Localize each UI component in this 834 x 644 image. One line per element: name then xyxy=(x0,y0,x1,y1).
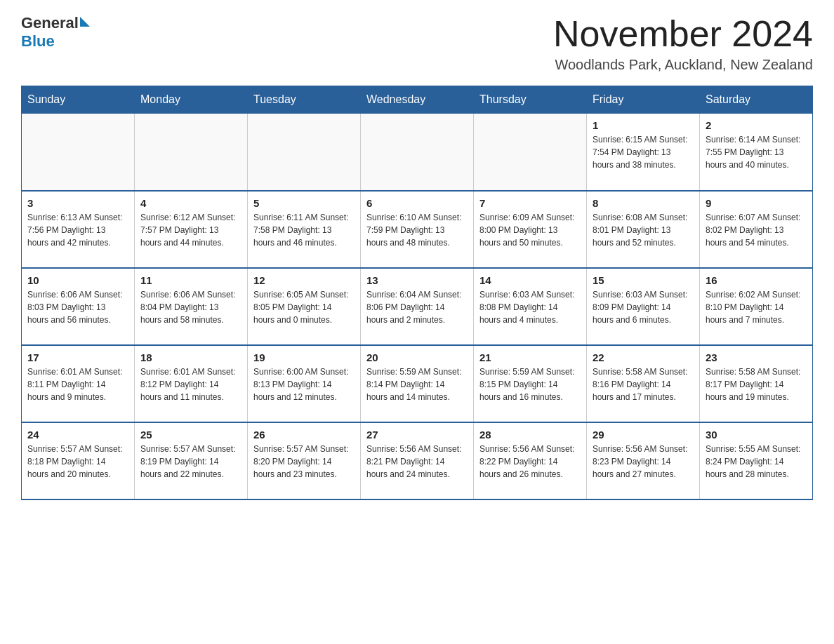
header-wednesday: Wednesday xyxy=(361,86,474,114)
header-tuesday: Tuesday xyxy=(248,86,361,114)
header-saturday: Saturday xyxy=(700,86,813,114)
calendar-cell-w2-d6: 8Sunrise: 6:08 AM Sunset: 8:01 PM Daylig… xyxy=(587,191,700,268)
logo-general: General xyxy=(21,14,79,32)
day-info: Sunrise: 6:01 AM Sunset: 8:12 PM Dayligh… xyxy=(140,365,241,403)
page-header: General Blue November 2024 Woodlands Par… xyxy=(21,14,813,73)
calendar-cell-w4-d2: 18Sunrise: 6:01 AM Sunset: 8:12 PM Dayli… xyxy=(135,345,248,422)
calendar-week-2: 3Sunrise: 6:13 AM Sunset: 7:56 PM Daylig… xyxy=(22,191,813,268)
day-number: 5 xyxy=(253,197,355,209)
calendar-cell-w1-d3 xyxy=(248,114,361,191)
calendar-cell-w4-d1: 17Sunrise: 6:01 AM Sunset: 8:11 PM Dayli… xyxy=(22,345,135,422)
title-section: November 2024 Woodlands Park, Auckland, … xyxy=(553,14,813,73)
day-number: 8 xyxy=(593,197,694,209)
calendar-cell-w3-d5: 14Sunrise: 6:03 AM Sunset: 8:08 PM Dayli… xyxy=(474,268,587,345)
calendar-week-3: 10Sunrise: 6:06 AM Sunset: 8:03 PM Dayli… xyxy=(22,268,813,345)
calendar-cell-w2-d2: 4Sunrise: 6:12 AM Sunset: 7:57 PM Daylig… xyxy=(135,191,248,268)
calendar-cell-w2-d4: 6Sunrise: 6:10 AM Sunset: 7:59 PM Daylig… xyxy=(361,191,474,268)
calendar-cell-w1-d2 xyxy=(135,114,248,191)
header-monday: Monday xyxy=(135,86,248,114)
calendar-cell-w2-d3: 5Sunrise: 6:11 AM Sunset: 7:58 PM Daylig… xyxy=(248,191,361,268)
month-title: November 2024 xyxy=(553,14,813,54)
calendar-cell-w3-d1: 10Sunrise: 6:06 AM Sunset: 8:03 PM Dayli… xyxy=(22,268,135,345)
day-number: 2 xyxy=(706,119,807,131)
calendar-cell-w3-d6: 15Sunrise: 6:03 AM Sunset: 8:09 PM Dayli… xyxy=(587,268,700,345)
calendar-cell-w3-d4: 13Sunrise: 6:04 AM Sunset: 8:06 PM Dayli… xyxy=(361,268,474,345)
calendar-cell-w2-d1: 3Sunrise: 6:13 AM Sunset: 7:56 PM Daylig… xyxy=(22,191,135,268)
day-number: 29 xyxy=(593,429,694,441)
location-subtitle: Woodlands Park, Auckland, New Zealand xyxy=(553,57,813,73)
calendar-cell-w5-d3: 26Sunrise: 5:57 AM Sunset: 8:20 PM Dayli… xyxy=(248,422,361,499)
calendar-cell-w3-d7: 16Sunrise: 6:02 AM Sunset: 8:10 PM Dayli… xyxy=(700,268,813,345)
calendar-cell-w2-d5: 7Sunrise: 6:09 AM Sunset: 8:00 PM Daylig… xyxy=(474,191,587,268)
day-info: Sunrise: 6:09 AM Sunset: 8:00 PM Dayligh… xyxy=(479,211,581,249)
day-number: 23 xyxy=(706,351,807,363)
calendar-cell-w3-d3: 12Sunrise: 6:05 AM Sunset: 8:05 PM Dayli… xyxy=(248,268,361,345)
day-info: Sunrise: 5:59 AM Sunset: 8:15 PM Dayligh… xyxy=(479,365,581,403)
day-number: 9 xyxy=(706,197,807,209)
day-info: Sunrise: 6:12 AM Sunset: 7:57 PM Dayligh… xyxy=(140,211,241,249)
day-number: 24 xyxy=(27,429,128,441)
calendar-cell-w4-d7: 23Sunrise: 5:58 AM Sunset: 8:17 PM Dayli… xyxy=(700,345,813,422)
calendar-cell-w4-d6: 22Sunrise: 5:58 AM Sunset: 8:16 PM Dayli… xyxy=(587,345,700,422)
day-number: 6 xyxy=(366,197,468,209)
day-number: 21 xyxy=(479,351,581,363)
day-info: Sunrise: 6:05 AM Sunset: 8:05 PM Dayligh… xyxy=(253,288,355,326)
logo: General Blue xyxy=(21,14,90,51)
calendar-cell-w3-d2: 11Sunrise: 6:06 AM Sunset: 8:04 PM Dayli… xyxy=(135,268,248,345)
calendar-cell-w5-d6: 29Sunrise: 5:56 AM Sunset: 8:23 PM Dayli… xyxy=(587,422,700,499)
calendar-cell-w5-d2: 25Sunrise: 5:57 AM Sunset: 8:19 PM Dayli… xyxy=(135,422,248,499)
day-info: Sunrise: 6:03 AM Sunset: 8:08 PM Dayligh… xyxy=(479,288,581,326)
day-number: 27 xyxy=(366,429,468,441)
day-number: 28 xyxy=(479,429,581,441)
day-info: Sunrise: 5:57 AM Sunset: 8:19 PM Dayligh… xyxy=(140,443,241,481)
day-info: Sunrise: 6:06 AM Sunset: 8:04 PM Dayligh… xyxy=(140,288,241,326)
header-friday: Friday xyxy=(587,86,700,114)
calendar-cell-w1-d1 xyxy=(22,114,135,191)
calendar-cell-w4-d4: 20Sunrise: 5:59 AM Sunset: 8:14 PM Dayli… xyxy=(361,345,474,422)
calendar-cell-w1-d6: 1Sunrise: 6:15 AM Sunset: 7:54 PM Daylig… xyxy=(587,114,700,191)
day-number: 13 xyxy=(366,274,468,286)
calendar-cell-w2-d7: 9Sunrise: 6:07 AM Sunset: 8:02 PM Daylig… xyxy=(700,191,813,268)
day-info: Sunrise: 6:00 AM Sunset: 8:13 PM Dayligh… xyxy=(253,365,355,403)
day-number: 25 xyxy=(140,429,241,441)
day-info: Sunrise: 6:01 AM Sunset: 8:11 PM Dayligh… xyxy=(27,365,128,403)
day-info: Sunrise: 6:08 AM Sunset: 8:01 PM Dayligh… xyxy=(593,211,694,249)
day-number: 18 xyxy=(140,351,241,363)
day-info: Sunrise: 5:58 AM Sunset: 8:16 PM Dayligh… xyxy=(593,365,694,403)
calendar-cell-w5-d7: 30Sunrise: 5:55 AM Sunset: 8:24 PM Dayli… xyxy=(700,422,813,499)
day-number: 3 xyxy=(27,197,128,209)
calendar-week-4: 17Sunrise: 6:01 AM Sunset: 8:11 PM Dayli… xyxy=(22,345,813,422)
day-number: 15 xyxy=(593,274,694,286)
day-number: 11 xyxy=(140,274,241,286)
calendar-cell-w1-d5 xyxy=(474,114,587,191)
day-number: 22 xyxy=(593,351,694,363)
day-number: 20 xyxy=(366,351,468,363)
header-sunday: Sunday xyxy=(22,86,135,114)
day-number: 26 xyxy=(253,429,355,441)
calendar-cell-w4-d5: 21Sunrise: 5:59 AM Sunset: 8:15 PM Dayli… xyxy=(474,345,587,422)
day-info: Sunrise: 5:56 AM Sunset: 8:21 PM Dayligh… xyxy=(366,443,468,481)
day-info: Sunrise: 6:10 AM Sunset: 7:59 PM Dayligh… xyxy=(366,211,468,249)
calendar-table: SundayMondayTuesdayWednesdayThursdayFrid… xyxy=(21,86,813,500)
calendar-cell-w1-d7: 2Sunrise: 6:14 AM Sunset: 7:55 PM Daylig… xyxy=(700,114,813,191)
day-info: Sunrise: 6:14 AM Sunset: 7:55 PM Dayligh… xyxy=(706,133,807,171)
calendar-cell-w5-d5: 28Sunrise: 5:56 AM Sunset: 8:22 PM Dayli… xyxy=(474,422,587,499)
calendar-cell-w5-d1: 24Sunrise: 5:57 AM Sunset: 8:18 PM Dayli… xyxy=(22,422,135,499)
day-info: Sunrise: 6:11 AM Sunset: 7:58 PM Dayligh… xyxy=(253,211,355,249)
day-number: 14 xyxy=(479,274,581,286)
day-info: Sunrise: 5:58 AM Sunset: 8:17 PM Dayligh… xyxy=(706,365,807,403)
calendar-week-1: 1Sunrise: 6:15 AM Sunset: 7:54 PM Daylig… xyxy=(22,114,813,191)
day-number: 16 xyxy=(706,274,807,286)
day-info: Sunrise: 6:03 AM Sunset: 8:09 PM Dayligh… xyxy=(593,288,694,326)
calendar-cell-w4-d3: 19Sunrise: 6:00 AM Sunset: 8:13 PM Dayli… xyxy=(248,345,361,422)
logo-blue: Blue xyxy=(21,32,55,51)
day-info: Sunrise: 6:15 AM Sunset: 7:54 PM Dayligh… xyxy=(593,133,694,171)
day-number: 7 xyxy=(479,197,581,209)
day-info: Sunrise: 6:02 AM Sunset: 8:10 PM Dayligh… xyxy=(706,288,807,326)
day-number: 30 xyxy=(706,429,807,441)
day-number: 19 xyxy=(253,351,355,363)
calendar-week-5: 24Sunrise: 5:57 AM Sunset: 8:18 PM Dayli… xyxy=(22,422,813,499)
calendar-cell-w1-d4 xyxy=(361,114,474,191)
day-number: 17 xyxy=(27,351,128,363)
day-number: 4 xyxy=(140,197,241,209)
